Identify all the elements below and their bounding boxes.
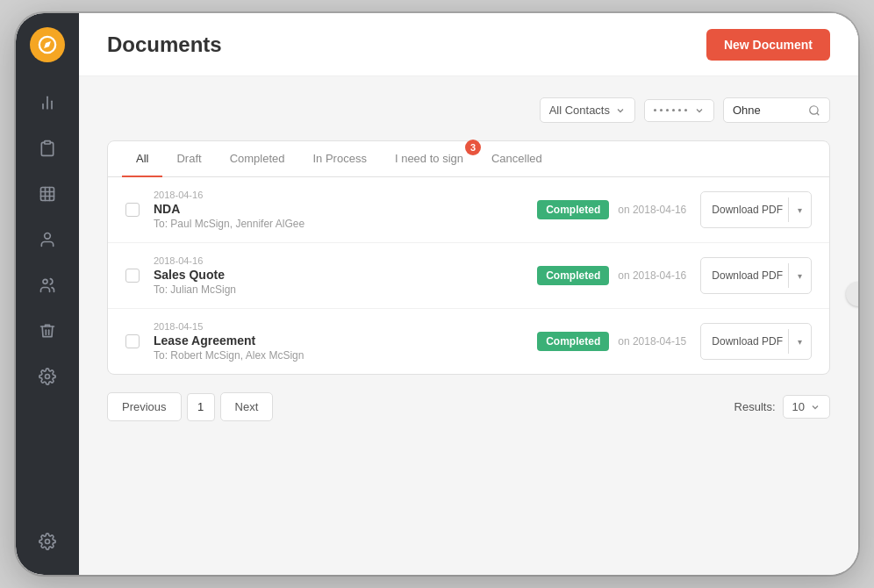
svg-line-16 — [817, 112, 820, 115]
status-badge-2: Completed — [537, 266, 609, 285]
doc-to-3: To: Robert McSign, Alex McSign — [154, 349, 523, 362]
row-checkbox-3[interactable] — [125, 334, 140, 348]
sidebar-item-table[interactable] — [28, 175, 67, 213]
sidebar-item-person2[interactable] — [28, 266, 67, 305]
download-dropdown-arrow-3[interactable]: ▾ — [788, 329, 811, 354]
document-list: 2018-04-16 NDA To: Paul McSign, Jennifer… — [108, 177, 829, 374]
tab-all[interactable]: All — [122, 141, 162, 177]
table-row: 2018-04-16 NDA To: Paul McSign, Jennifer… — [108, 177, 829, 243]
tab-completed[interactable]: Completed — [216, 141, 299, 177]
doc-name-3: Lease Agreement — [154, 333, 523, 348]
sidebar-bottom — [28, 522, 67, 561]
svg-point-13 — [46, 375, 50, 379]
sidebar-item-chart[interactable] — [28, 83, 67, 122]
documents-panel: All Draft Completed In Process I need to… — [107, 140, 830, 375]
results-control: Results: 10 — [734, 395, 830, 419]
contacts-filter[interactable]: All Contacts — [540, 97, 635, 123]
doc-status-area-3: Completed on 2018-04-15 — [537, 332, 686, 351]
download-pdf-button-2[interactable]: Download PDF ▾ — [700, 257, 812, 294]
tab-cancelled[interactable]: Cancelled — [477, 141, 556, 177]
results-count-select[interactable]: 10 — [783, 395, 830, 419]
doc-status-area-1: Completed on 2018-04-16 — [537, 200, 686, 219]
header-actions: New Document — [706, 29, 830, 61]
status-badge-1: Completed — [537, 200, 609, 219]
sidebar — [16, 13, 79, 575]
svg-point-14 — [46, 540, 50, 544]
sidebar-item-gear-bottom[interactable] — [28, 522, 67, 561]
previous-button[interactable]: Previous — [107, 392, 182, 421]
chevron-down-icon2 — [694, 105, 705, 116]
sidebar-item-trash[interactable] — [28, 312, 67, 350]
pagination-bar: Previous 1 Next Results: 10 — [107, 375, 830, 439]
search-input[interactable] — [733, 104, 803, 117]
app-logo[interactable] — [30, 27, 65, 62]
results-label: Results: — [734, 400, 776, 413]
results-count-value: 10 — [792, 400, 805, 413]
doc-to-1: To: Paul McSign, Jennifer AlGee — [154, 218, 523, 230]
svg-point-15 — [810, 105, 818, 113]
next-button[interactable]: Next — [220, 392, 274, 421]
download-dropdown-arrow-1[interactable]: ▾ — [788, 197, 811, 222]
doc-info-1: 2018-04-16 NDA To: Paul McSign, Jennifer… — [154, 190, 523, 230]
svg-point-11 — [45, 233, 51, 240]
search-box[interactable] — [723, 97, 830, 123]
main-content: Documents New Document All Contacts — [79, 13, 858, 575]
download-pdf-button-1[interactable]: Download PDF ▾ — [700, 191, 812, 228]
page-number-1[interactable]: 1 — [187, 393, 215, 421]
svg-rect-5 — [45, 141, 51, 144]
tab-in-process[interactable]: In Process — [299, 141, 381, 177]
sidebar-item-clipboard[interactable] — [28, 129, 67, 168]
search-icon — [808, 104, 820, 117]
content-area: All Contacts All — [79, 76, 858, 575]
doc-to-2: To: Julian McSign — [154, 283, 523, 296]
download-dropdown-arrow-2[interactable]: ▾ — [788, 263, 811, 288]
doc-date-2: 2018-04-16 — [154, 255, 523, 266]
filters-bar: All Contacts — [107, 97, 830, 123]
svg-rect-6 — [41, 188, 54, 201]
doc-completed-date-3: on 2018-04-15 — [618, 335, 686, 348]
download-pdf-button-3[interactable]: Download PDF ▾ — [700, 323, 812, 360]
tabs-header: All Draft Completed In Process I need to… — [108, 141, 829, 177]
row-checkbox-1[interactable] — [125, 203, 140, 217]
svg-marker-1 — [44, 41, 51, 48]
doc-date-1: 2018-04-16 — [154, 190, 523, 200]
doc-name-1: NDA — [154, 202, 523, 216]
chevron-down-icon — [615, 105, 626, 116]
doc-info-3: 2018-04-15 Lease Agreement To: Robert Mc… — [154, 321, 523, 362]
tab-draft[interactable]: Draft — [162, 141, 215, 177]
grid-view-toggle[interactable] — [644, 99, 714, 122]
tab-i-need-to-sign[interactable]: I need to sign 3 — [381, 141, 477, 177]
pagination-controls: Previous 1 Next — [107, 392, 273, 421]
page-header: Documents New Document — [79, 13, 858, 76]
sidebar-item-person[interactable] — [28, 220, 67, 259]
doc-name-2: Sales Quote — [154, 268, 523, 282]
page-title: Documents — [107, 32, 222, 57]
doc-completed-date-2: on 2018-04-16 — [618, 269, 686, 282]
doc-date-3: 2018-04-15 — [154, 321, 523, 332]
sidebar-nav — [28, 83, 67, 522]
status-badge-3: Completed — [537, 332, 609, 351]
doc-info-2: 2018-04-16 Sales Quote To: Julian McSign — [154, 255, 523, 296]
row-checkbox-2[interactable] — [125, 269, 140, 283]
new-document-button[interactable]: New Document — [706, 29, 830, 61]
table-row: 2018-04-16 Sales Quote To: Julian McSign… — [108, 243, 829, 309]
doc-completed-date-1: on 2018-04-16 — [618, 204, 686, 216]
contacts-filter-label: All Contacts — [549, 104, 610, 117]
sidebar-item-settings[interactable] — [28, 357, 67, 396]
chevron-down-icon3 — [810, 402, 820, 412]
table-row: 2018-04-15 Lease Agreement To: Robert Mc… — [108, 309, 829, 374]
svg-point-12 — [43, 279, 47, 283]
doc-status-area-2: Completed on 2018-04-16 — [537, 266, 686, 285]
